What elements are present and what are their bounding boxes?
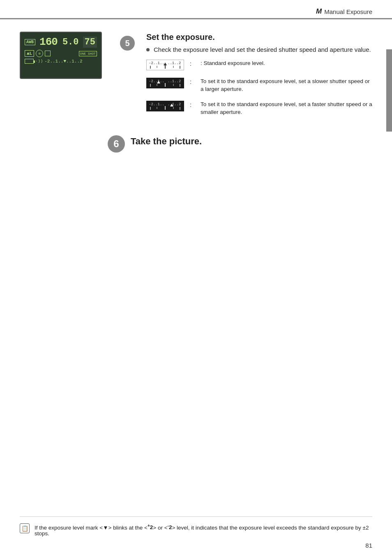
- exp-text-2: To set it to the standard exposure level…: [201, 78, 372, 93]
- lcd-aperture: 5.0: [62, 37, 79, 47]
- svg-text:-2..1..: -2..1..: [149, 79, 164, 83]
- lcd-oneshot: ONE SHOT: [79, 51, 97, 56]
- lcd-iso: 75: [83, 37, 97, 48]
- step6-container: 6 Take the picture.: [20, 135, 372, 153]
- step5-bullets: Check the exposure level and set the des…: [146, 46, 372, 53]
- exp-text-3: To set it to the standard exposure level…: [201, 101, 372, 116]
- svg-text:..1..2: ..1..2: [168, 61, 181, 65]
- lcd-rect: [45, 51, 51, 56]
- exp-text-1: : Standard exposure level.: [201, 60, 372, 67]
- camera-lcd-display: AWB 160 5.0 75 ▲L ⊙ ONE SHOT ·)) -2..1: [20, 32, 102, 79]
- page-content: AWB 160 5.0 75 ▲L ⊙ ONE SHOT ·)) -2..1: [0, 19, 392, 176]
- bullet-dot-1: [146, 48, 150, 51]
- step5-bullet1: Check the exposure level and set the des…: [146, 46, 372, 53]
- exposure-row-2: -2..1.. ..1..2 : To set it to the standa…: [146, 78, 372, 93]
- step5-content: Set the exposure. Check the exposure lev…: [146, 32, 372, 124]
- step6-number: 6: [108, 135, 125, 153]
- lcd-scale: -2..1..▼..1..2: [44, 59, 82, 64]
- step5-container: AWB 160 5.0 75 ▲L ⊙ ONE SHOT ·)) -2..1: [20, 32, 372, 124]
- exposure-row-3: -2..1.. ..1..2 : To set it to the standa…: [146, 101, 372, 116]
- bottom-note-text: If the exposure level mark <▼> blinks at…: [35, 523, 372, 537]
- bottom-note: 📋 If the exposure level mark <▼> blinks …: [20, 516, 372, 537]
- svg-text:-2..1..: -2..1..: [149, 102, 164, 106]
- exposure-row-1: -2..1.. ..1..2 : : Standard exposure lev…: [146, 60, 372, 70]
- page-number: 81: [365, 542, 372, 549]
- lcd-battery: [25, 59, 34, 64]
- exp-colon-3: :: [190, 102, 191, 108]
- svg-text:..1..2: ..1..2: [168, 102, 181, 106]
- header-m-label: M: [316, 7, 322, 16]
- step5-left-col: AWB 160 5.0 75 ▲L ⊙ ONE SHOT ·)) -2..1: [20, 32, 114, 81]
- exp-bar-dark: -2..1.. ..1..2: [146, 78, 184, 88]
- exp-colon-2: :: [190, 79, 191, 85]
- step6-content: Take the picture.: [131, 135, 372, 151]
- lcd-row3: ·)) -2..1..▼..1..2: [25, 59, 97, 64]
- header-title: Manual Exposure: [324, 8, 372, 15]
- lcd-wifi: ·)): [35, 59, 43, 63]
- step6-title: Take the picture.: [131, 136, 372, 147]
- svg-text:-2..1..: -2..1..: [149, 61, 164, 65]
- lcd-quality: ▲L: [25, 50, 34, 57]
- svg-text:..1..2: ..1..2: [168, 79, 181, 83]
- page-header: M Manual Exposure: [0, 0, 392, 19]
- lcd-awb: AWB: [25, 39, 35, 45]
- note-icon: 📋: [20, 523, 30, 533]
- lcd-shutter: 160: [39, 36, 58, 48]
- step5-title: Set the exposure.: [146, 32, 372, 42]
- step5-number: 5: [120, 36, 135, 51]
- exp-bar-dark-right: -2..1.. ..1..2: [146, 101, 184, 111]
- lcd-row2: ▲L ⊙ ONE SHOT: [25, 50, 97, 57]
- exposure-rows: -2..1.. ..1..2 : : Standard exposure lev…: [146, 60, 372, 116]
- lcd-row1: AWB 160 5.0 75: [25, 36, 97, 48]
- lcd-metering: ⊙: [36, 50, 43, 57]
- exp-colon-1: :: [190, 60, 191, 67]
- exp-bar-normal: -2..1.. ..1..2: [146, 60, 184, 70]
